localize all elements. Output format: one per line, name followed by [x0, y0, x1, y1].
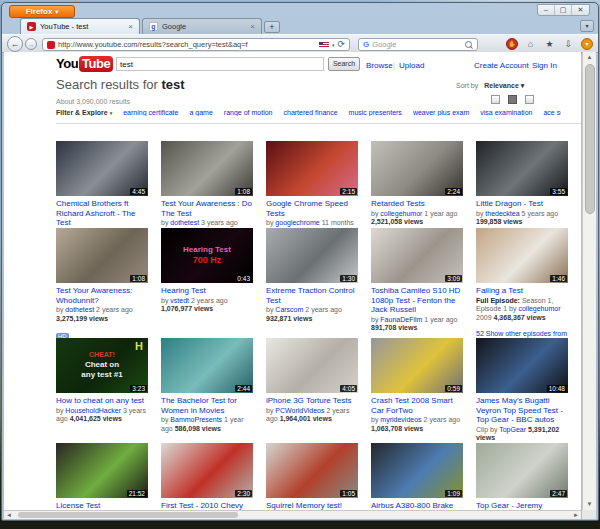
video-title-link[interactable]: The Bachelor Test for Women in Movies: [161, 396, 253, 415]
view-grid-button[interactable]: [508, 95, 517, 104]
youtube-search-input[interactable]: [116, 57, 324, 71]
video-username-link[interactable]: PCWorldVideos: [275, 407, 324, 414]
video-thumbnail[interactable]: 1:09: [371, 443, 463, 498]
youtube-logo[interactable]: YouTube: [56, 56, 113, 71]
scroll-up-arrow[interactable]: ▲: [583, 52, 596, 63]
video-title-link[interactable]: Toshiba Camileo S10 HD 1080p Test - Fent…: [371, 286, 463, 315]
video-username-link[interactable]: vstedt: [170, 297, 189, 304]
maximize-button[interactable]: ▢: [555, 5, 572, 15]
create-account-link[interactable]: Create Account: [474, 61, 529, 70]
scroll-down-arrow[interactable]: ▼: [583, 499, 596, 510]
youtube-search-button[interactable]: Search: [328, 57, 360, 71]
video-thumbnail[interactable]: Hearing Test700 Hz0:43: [161, 228, 253, 283]
video-username-link[interactable]: myridevideos: [380, 416, 421, 423]
video-title-link[interactable]: Squirrel Memory test! MUST SEE!!!: [266, 501, 358, 510]
video-title-link[interactable]: Failing a Test: [476, 286, 568, 296]
view-list-button[interactable]: [491, 95, 500, 104]
video-username-link[interactable]: collegehumor: [380, 210, 422, 217]
video-thumbnail[interactable]: 2:47: [476, 443, 568, 498]
video-thumbnail[interactable]: 1:08: [161, 141, 253, 196]
browse-link[interactable]: Browse: [366, 61, 393, 70]
video-title-link[interactable]: How to cheat on any test: [56, 396, 148, 406]
vertical-scrollbar[interactable]: ▲ ▼: [582, 52, 596, 510]
flagfox-icon[interactable]: [319, 42, 329, 48]
video-thumbnail[interactable]: 1:08: [56, 228, 148, 283]
video-title-link[interactable]: Crash Test 2008 Smart Car ForTwo: [371, 396, 463, 415]
video-title-link[interactable]: Little Dragon - Test: [476, 199, 568, 209]
downloads-icon[interactable]: ⇩: [562, 37, 575, 50]
video-username-link[interactable]: TopGear: [499, 426, 526, 433]
video-username-link[interactable]: dothetest: [65, 306, 94, 313]
video-thumbnail[interactable]: 4:45: [56, 141, 148, 196]
video-thumbnail[interactable]: 1:46: [476, 228, 568, 283]
video-thumbnail[interactable]: 0:59: [371, 338, 463, 393]
back-button[interactable]: ←: [7, 36, 23, 52]
filter-explore-button[interactable]: Filter & Explore ▾: [56, 109, 112, 116]
forward-button[interactable]: →: [25, 38, 37, 50]
view-compact-button[interactable]: [525, 95, 534, 104]
video-thumbnail[interactable]: 2:15: [266, 141, 358, 196]
video-title-link[interactable]: iPhone 3G Torture Tests: [266, 396, 358, 406]
chevron-down-icon[interactable]: ▾: [332, 42, 335, 48]
video-title-link[interactable]: Google Chrome Speed Tests: [266, 199, 358, 218]
vertical-scroll-thumb[interactable]: [585, 64, 595, 214]
sort-by-control[interactable]: Sort byRelevance ▾: [456, 82, 524, 90]
related-search-link[interactable]: weaver plus exam: [413, 109, 469, 116]
related-search-link[interactable]: chartered finance: [283, 109, 337, 116]
video-thumbnail[interactable]: 1:30: [266, 228, 358, 283]
video-title-link[interactable]: License Test: [56, 501, 148, 510]
minimize-button[interactable]: –: [538, 5, 555, 15]
close-button[interactable]: ✕: [572, 5, 589, 15]
address-bar[interactable]: http://www.youtube.com/results?search_qu…: [42, 38, 350, 51]
video-title-link[interactable]: Test Your Awareness : Do The Test: [161, 199, 253, 218]
video-thumbnail[interactable]: 21:52: [56, 443, 148, 498]
close-icon[interactable]: ×: [128, 22, 133, 31]
scroll-right-arrow[interactable]: ►: [573, 512, 579, 518]
video-username-link[interactable]: Carscom: [275, 306, 303, 313]
more-episodes-link[interactable]: 52 Show other episodes from: [476, 330, 567, 337]
reload-icon[interactable]: ⟳: [337, 40, 345, 49]
related-search-link[interactable]: a game: [189, 109, 212, 116]
video-thumbnail[interactable]: 3:09: [371, 228, 463, 283]
related-search-link[interactable]: visa examination: [480, 109, 532, 116]
video-title-link[interactable]: Top Gear - Jeremy Clarkson tests Koenigs…: [476, 501, 568, 510]
video-title-link[interactable]: Extreme Traction Control Test: [266, 286, 358, 305]
home-icon[interactable]: ⌂: [524, 37, 537, 50]
url-text[interactable]: http://www.youtube.com/results?search_qu…: [58, 40, 316, 49]
video-thumbnail[interactable]: 3:55: [476, 141, 568, 196]
bookmarks-icon[interactable]: ★: [543, 37, 556, 50]
sign-in-link[interactable]: Sign In: [532, 61, 557, 70]
video-username-link[interactable]: FaunaDeFilm: [380, 316, 422, 323]
video-title-link[interactable]: James May's Bugatti Veyron Top Speed Tes…: [476, 396, 568, 425]
related-search-link[interactable]: earning certificate: [123, 109, 178, 116]
video-username-link[interactable]: BammoPresents: [170, 416, 222, 423]
video-thumbnail[interactable]: 2:30: [161, 443, 253, 498]
video-title-link[interactable]: Airbus A380-800 Brake test: [371, 501, 463, 510]
video-thumbnail[interactable]: 4:05: [266, 338, 358, 393]
browser-search-box[interactable]: G Google: [358, 38, 478, 51]
video-thumbnail[interactable]: 1:05: [266, 443, 358, 498]
close-icon[interactable]: ×: [250, 22, 255, 31]
browser-tab[interactable]: gGoogle×: [142, 18, 262, 34]
list-all-tabs-button[interactable]: ▾: [580, 20, 594, 32]
video-username-link[interactable]: thedecktea: [485, 210, 519, 217]
video-title-link[interactable]: Hearing Test: [161, 286, 253, 296]
video-username-link[interactable]: HouseholdHacker: [65, 407, 121, 414]
scroll-left-arrow[interactable]: ◄: [6, 512, 12, 518]
related-search-link[interactable]: ace sounds: [543, 109, 561, 116]
video-username-link[interactable]: collegehumor: [518, 305, 560, 312]
related-search-link[interactable]: music presenters: [349, 109, 402, 116]
horizontal-scroll-thumb[interactable]: [18, 512, 238, 518]
resize-grip[interactable]: [582, 510, 596, 519]
video-title-link[interactable]: Retarded Tests: [371, 199, 463, 209]
addon-icon[interactable]: ▾: [581, 38, 593, 50]
video-username-link[interactable]: googlechrome: [275, 219, 319, 226]
sort-value[interactable]: Relevance ▾: [484, 82, 524, 89]
video-username-link[interactable]: dothetest: [170, 219, 199, 226]
horizontal-scrollbar[interactable]: ◄ ►: [4, 510, 581, 519]
video-thumbnail[interactable]: 2:24: [371, 141, 463, 196]
related-search-link[interactable]: range of motion: [224, 109, 273, 116]
browser-tab[interactable]: ▶YouTube - test×: [20, 18, 140, 34]
video-title-link[interactable]: Test Your Awareness: Whodunnit?: [56, 286, 148, 305]
upload-link[interactable]: Upload: [399, 61, 424, 70]
